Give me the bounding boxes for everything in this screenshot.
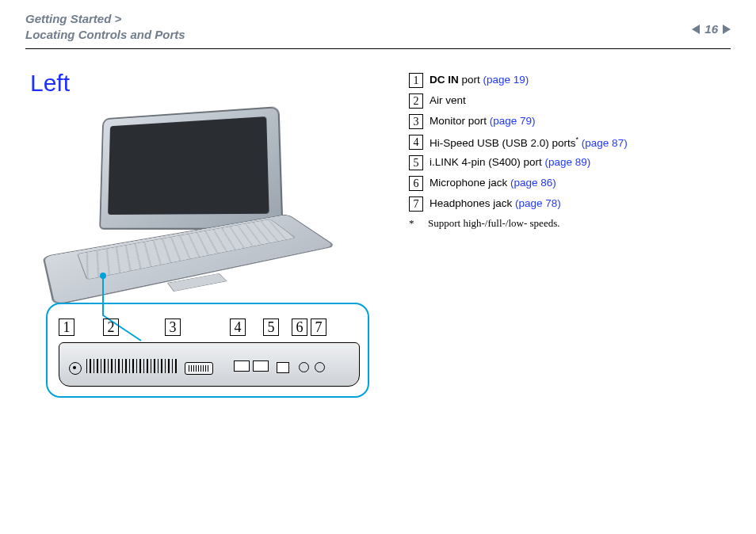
legend-text: Headphones jack (page 78) xyxy=(430,196,561,211)
legend-number: 6 xyxy=(409,176,423,191)
callout-number: 5 xyxy=(263,318,279,336)
usb-port-icon xyxy=(253,360,269,372)
footnote: *Support high-/full-/low- speeds. xyxy=(409,217,731,230)
page-title: Left xyxy=(30,70,390,97)
legend-text: Hi-Speed USB (USB 2.0) ports* (page 87) xyxy=(430,135,628,151)
callout-number: 7 xyxy=(311,318,326,336)
air-vent-icon xyxy=(86,359,177,373)
legend-number: 2 xyxy=(409,93,423,109)
legend-text: DC IN port (page 19) xyxy=(430,73,529,87)
legend-item: 3Monitor port (page 79) xyxy=(409,114,731,129)
usb-port-icon xyxy=(234,360,250,372)
legend-item: 4Hi-Speed USB (USB 2.0) ports* (page 87) xyxy=(409,135,731,151)
next-page-icon[interactable] xyxy=(723,25,731,34)
legend-text: Air vent xyxy=(430,93,466,108)
page-ref-link[interactable]: (page 79) xyxy=(490,115,536,127)
page-number: 16 xyxy=(704,22,718,36)
figure: 1234567 xyxy=(46,111,390,398)
page-ref-link[interactable]: (page 87) xyxy=(578,136,628,148)
legend-item: 7Headphones jack (page 78) xyxy=(409,196,731,212)
dc-in-port-icon xyxy=(69,362,82,375)
legend-number: 5 xyxy=(409,155,423,170)
page-ref-link[interactable]: (page 78) xyxy=(515,197,561,209)
callout-numbers: 1234567 xyxy=(59,318,357,336)
legend-number: 1 xyxy=(409,73,423,88)
breadcrumb-line2: Locating Controls and Ports xyxy=(25,27,185,43)
legend-number: 3 xyxy=(409,114,423,129)
callout-number: 2 xyxy=(103,318,119,336)
legend-item: 1DC IN port (page 19) xyxy=(409,73,731,88)
callout-number: 6 xyxy=(292,318,307,336)
monitor-port-icon xyxy=(185,362,213,375)
prev-page-icon[interactable] xyxy=(692,25,700,34)
page-ref-link[interactable]: (page 86) xyxy=(510,177,556,189)
callout-number: 1 xyxy=(59,318,74,336)
callout-number: 3 xyxy=(165,318,181,336)
page-nav: 16 xyxy=(692,22,731,36)
page-ref-link[interactable]: (page 19) xyxy=(483,74,529,86)
breadcrumb-line1: Getting Started > xyxy=(25,11,185,27)
ilink-port-icon xyxy=(277,362,289,373)
side-view-diagram xyxy=(59,342,360,387)
legend-item: 5i.LINK 4-pin (S400) port (page 89) xyxy=(409,155,731,170)
header-rule xyxy=(25,48,731,49)
legend-number: 4 xyxy=(409,135,423,150)
breadcrumb: Getting Started > Locating Controls and … xyxy=(25,11,185,44)
page-ref-link[interactable]: (page 89) xyxy=(545,156,591,168)
legend-text: Microphone jack (page 86) xyxy=(430,176,556,190)
side-view-panel: 1234567 xyxy=(46,303,369,398)
legend: 1DC IN port (page 19)2Air vent3Monitor p… xyxy=(409,70,731,398)
headphone-jack-icon xyxy=(315,362,325,372)
legend-text: i.LINK 4-pin (S400) port (page 89) xyxy=(430,155,590,170)
callout-number: 4 xyxy=(230,318,246,336)
laptop-illustration xyxy=(46,111,331,293)
legend-item: 2Air vent xyxy=(409,93,731,109)
legend-item: 6Microphone jack (page 86) xyxy=(409,176,731,191)
legend-text: Monitor port (page 79) xyxy=(430,114,536,128)
legend-number: 7 xyxy=(409,196,423,212)
mic-jack-icon xyxy=(299,362,309,372)
